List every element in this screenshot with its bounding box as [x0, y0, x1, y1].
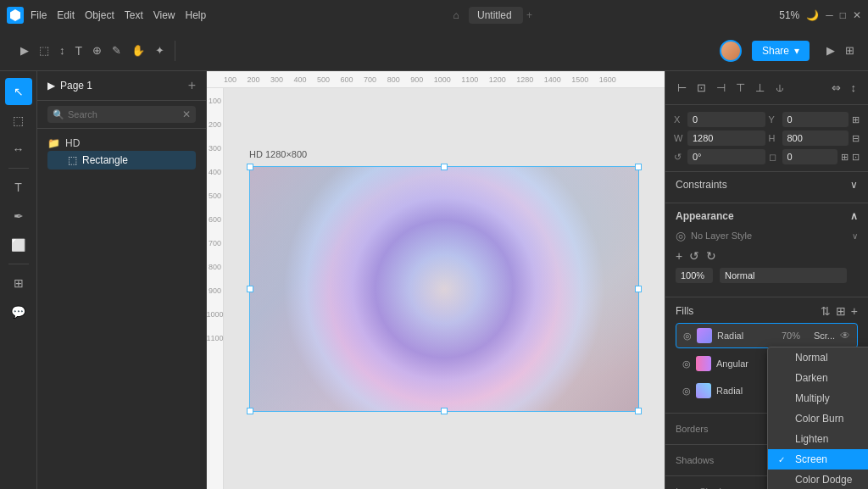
new-tab-btn[interactable]: + [526, 9, 532, 21]
current-tab[interactable]: Untitled [469, 7, 523, 24]
fill-blend-0[interactable]: Scr... [814, 331, 835, 341]
layer-rectangle[interactable]: ⬚ Rectangle [47, 151, 196, 169]
present-btn[interactable]: ▶ [823, 41, 838, 60]
handle-mid-left[interactable] [247, 286, 253, 292]
tool-scale2[interactable]: ↔ [5, 136, 32, 163]
hand-tool-btn[interactable]: ✋ [128, 41, 148, 60]
menu-view[interactable]: View [153, 9, 175, 21]
menu-edit[interactable]: Edit [57, 9, 75, 21]
pen-tool-btn[interactable]: ✎ [108, 41, 125, 60]
align-center-v-btn[interactable]: ⊥ [752, 78, 768, 97]
fills-add-btn[interactable]: + [851, 304, 858, 318]
menu-object[interactable]: Object [85, 9, 114, 21]
blend-mode-input[interactable] [720, 268, 847, 283]
corner-extra-btn[interactable]: ⊡ [852, 152, 860, 163]
handle-bottom-right[interactable] [635, 408, 642, 414]
handle-bottom-left[interactable] [247, 408, 253, 414]
tool-text2[interactable]: T [5, 174, 32, 201]
corner-field: ◻ ⊞ ⊡ [769, 149, 860, 164]
add-page-btn[interactable]: + [188, 78, 196, 93]
align-top-btn[interactable]: ⊤ [732, 78, 748, 97]
frame-tool-btn[interactable]: ⬚ [36, 41, 53, 60]
shadows-label: Shadows [676, 455, 714, 465]
blend-option-color-dodge[interactable]: Color Dodge [768, 470, 868, 489]
fill-item-0[interactable]: ◎ Radial 70% Scr... Normal [676, 323, 858, 348]
folder-hd[interactable]: 📁 HD [47, 136, 196, 151]
blend-option-multiply[interactable]: Multiply [768, 388, 868, 408]
fill-color-2[interactable] [696, 383, 711, 398]
tool-comment[interactable]: 💬 [5, 298, 32, 325]
app-logo[interactable] [7, 7, 24, 24]
close-btn[interactable]: ✕ [853, 9, 861, 21]
canvas-area[interactable]: 100 200 300 400 500 600 700 800 900 1000… [207, 71, 665, 489]
constraints-header[interactable]: Constraints ∨ [676, 179, 858, 191]
canvas-frame[interactable] [249, 166, 639, 412]
maximize-btn[interactable]: □ [840, 9, 846, 21]
x-input[interactable] [687, 112, 765, 127]
fill-opacity-0[interactable]: 70% [782, 331, 809, 341]
blend-option-lighten[interactable]: Lighten [768, 429, 868, 449]
fill-color-0[interactable] [697, 328, 712, 343]
style-reset-btn[interactable]: ↺ [689, 249, 699, 263]
fills-copy-btn[interactable]: ⊞ [836, 304, 846, 318]
blend-option-screen[interactable]: ✓ Screen [768, 449, 868, 470]
menu-text[interactable]: Text [125, 9, 143, 21]
zoom-label[interactable]: 51% [779, 9, 799, 21]
blend-option-normal[interactable]: Normal [768, 347, 868, 368]
minimize-btn[interactable]: ─ [826, 9, 833, 21]
menu-help[interactable]: Help [186, 9, 207, 21]
corner-icon: ◻ [769, 152, 779, 163]
align-bottom-btn[interactable]: ⫝ [771, 78, 789, 97]
handle-top-mid[interactable] [441, 164, 448, 170]
rotation-input[interactable] [687, 149, 765, 164]
opacity-input[interactable] [676, 268, 713, 283]
share-button[interactable]: Share ▾ [752, 41, 810, 61]
blend-mode-dropdown[interactable]: Normal Darken Multiply [767, 347, 868, 489]
style-copy-btn[interactable]: ↻ [706, 249, 716, 263]
tool-frame2[interactable]: ⬚ [5, 107, 32, 134]
distribute-v-btn[interactable]: ↕ [848, 78, 860, 97]
appearance-header[interactable]: Appearance ∧ [676, 210, 858, 222]
no-layer-style[interactable]: ◎ No Layer Style ∨ [676, 229, 858, 242]
home-icon[interactable]: ⌂ [453, 9, 459, 21]
add-style-btn[interactable]: + [676, 249, 682, 263]
handle-top-right[interactable] [635, 164, 642, 170]
fill-eye-0[interactable]: 👁 [840, 330, 850, 342]
eyedropper-btn[interactable]: ✦ [152, 41, 168, 60]
search-clear-btn[interactable]: ✕ [182, 108, 191, 120]
search-input[interactable] [47, 106, 196, 123]
h-input[interactable] [782, 131, 849, 146]
align-left-btn[interactable]: ⊢ [674, 78, 690, 97]
fills-sort-btn[interactable]: ⇅ [821, 304, 831, 318]
corner-input[interactable] [782, 149, 838, 164]
page-item[interactable]: ▶ Page 1 [47, 80, 92, 92]
share-chevron: ▾ [794, 45, 799, 57]
blend-option-color-burn[interactable]: Color Burn [768, 408, 868, 429]
corner-expand-btn[interactable]: ⊞ [841, 152, 849, 163]
handle-mid-right[interactable] [635, 286, 642, 292]
tool-component[interactable]: ⊞ [5, 270, 32, 297]
page-name[interactable]: Page 1 [60, 80, 92, 92]
text-tool-btn[interactable]: T [72, 41, 86, 61]
shape-tool-btn[interactable]: ⊕ [89, 41, 105, 60]
link-proportions-btn[interactable]: ⊞ [852, 114, 860, 125]
fill-color-1[interactable] [696, 356, 711, 371]
tool-cursor[interactable]: ↖ [5, 78, 32, 105]
handle-bottom-mid[interactable] [441, 408, 448, 414]
menu-file[interactable]: File [31, 9, 47, 21]
align-right-btn[interactable]: ⊣ [713, 78, 729, 97]
align-center-h-btn[interactable]: ⊡ [693, 78, 709, 97]
handle-top-left[interactable] [247, 164, 253, 170]
y-input[interactable] [782, 112, 849, 127]
scale-tool-btn[interactable]: ↕ [56, 41, 69, 60]
layers-panel: ▶ Page 1 + 🔍 ✕ 📁 HD ⬚ Rectangle [37, 71, 207, 489]
move-tool-btn[interactable]: ▶ [17, 41, 32, 60]
grid-btn[interactable]: ⊞ [842, 41, 858, 60]
w-input[interactable] [687, 131, 765, 146]
blend-option-darken[interactable]: Darken [768, 368, 868, 388]
lock-ratio-btn[interactable]: ⊟ [852, 133, 860, 144]
tool-shape2[interactable]: ⬜ [5, 231, 32, 258]
distribute-h-btn[interactable]: ⇔ [828, 78, 844, 97]
tool-pen2[interactable]: ✒ [5, 203, 32, 230]
search-container: 🔍 ✕ [37, 101, 206, 129]
